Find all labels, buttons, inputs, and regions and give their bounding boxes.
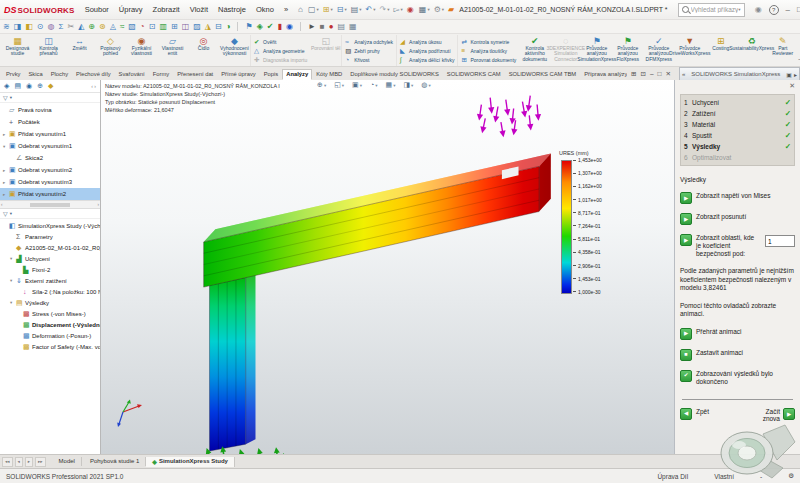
nav-first-icon[interactable]: ◂◂ [2,457,13,467]
safety-factor-input[interactable] [765,235,795,247]
wizard-step[interactable]: 6 Optimalizovat [684,152,791,163]
tree-item[interactable]: ▾ ▣ Odebrat vysunutím1 [0,140,100,152]
menu-item[interactable]: » [280,5,292,14]
tree-item[interactable]: ▩ Deformation (-Posun-) [0,330,100,341]
ribbon-button[interactable]: ◱ Porovnání těl [310,35,341,66]
quick-access-icon[interactable]: ⊞ ▾ [323,6,333,14]
ribbon-tab[interactable]: Skica [25,69,47,80]
wizard-step[interactable]: 5 Výsledky ✓ [684,141,791,152]
quick-access-icon[interactable]: ↷ ▾ [379,6,389,14]
minimize-button[interactable]: – [786,5,790,14]
tile-icon[interactable]: ⊡ [641,70,646,78]
toolbar-icon[interactable]: ✂ [67,23,74,31]
toolbar-icon[interactable]: ⊙ [37,23,44,31]
feature-manager-tab-icon[interactable]: ⊕ [37,82,43,90]
ribbon-tab[interactable]: Kóty MBD [312,69,346,80]
ribbon-tab[interactable]: SOLIDWORKS CAM [443,69,505,80]
tree-item[interactable]: ↓ Síla-2 (:Na položku: 100 N:) [0,286,100,297]
scroll-right-icon[interactable]: › [98,202,100,207]
toolbar-icon[interactable]: ◨ [14,23,22,31]
tree-item[interactable]: ▩ Displacement (-Výsledné posunutí-) [0,319,100,330]
ribbon-tab[interactable]: Popis [260,69,283,80]
ribbon-button[interactable]: ◇ Popisový pohled [95,35,126,66]
ribbon-button[interactable]: ♻ SustainabilityXpress [736,35,767,66]
scroll-left-icon[interactable]: ‹ [1,202,3,207]
toolbar-icon[interactable]: ◔ [140,23,145,31]
view-toolbar-icon[interactable]: ⊕▾ [317,81,326,89]
quick-access-icon[interactable]: ⌂ [298,6,304,14]
ribbon-button[interactable]: ✔ Ověřit [254,37,307,46]
ribbon-button[interactable]: ◣ Analýza podříznutí [400,46,454,55]
tree-item[interactable]: ◧ SimulationXpress Study (-Výchozí-) [0,220,100,231]
toolbar-icon[interactable]: Σ [59,23,64,31]
tree-item[interactable]: Σ Parametry [0,231,100,242]
view-toolbar-icon[interactable]: ◱▾ [334,81,344,89]
ribbon-button[interactable]: ▱ Vlastnosti entit [157,35,188,66]
task-pane-close-icon[interactable]: ✕ [680,82,795,90]
tab-scroll-arrows[interactable]: ‹ › [91,83,96,89]
study-tab[interactable]: ◈ SimulationXpress Study [146,457,235,467]
ribbon-tab[interactable]: Plechové díly [72,69,114,80]
menu-item[interactable]: Soubor [81,5,113,14]
nav-next-icon[interactable]: ▸ [25,457,33,467]
study-tab[interactable]: Model [51,457,82,466]
ribbon-button[interactable]: ◢ Analýza úkosu [400,37,454,46]
ribbon-button[interactable]: ▦ Designová studie [2,35,33,66]
doc-close-button[interactable]: ✕ [666,70,671,78]
back-button[interactable]: ◀ Zpět [680,408,709,420]
ribbon-button[interactable]: ◫ Kontrola přesahů [33,35,64,66]
wizard-step[interactable]: 1 Uchycení ✓ [684,97,791,108]
ribbon-button[interactable]: ◔ Křivost [345,55,393,64]
ribbon-tab[interactable]: Plochy [47,69,72,80]
playback-icon[interactable]: ■ [320,23,325,31]
study-tree-filter[interactable]: ▽ ▾ [0,209,100,219]
menu-item[interactable]: Nástroje [214,5,250,14]
toolbar-icon[interactable]: ◑ [226,23,231,31]
scrollbar-thumb[interactable] [30,203,70,207]
quick-access-icon[interactable]: ▤ ▾ [351,6,362,14]
toolbar-icon[interactable]: ▥ [159,23,167,31]
toolbar-icon[interactable]: ◮ [205,23,211,31]
quick-access-icon[interactable]: ↶ ▾ [366,6,376,14]
nav-prev-icon[interactable]: ◂ [15,457,23,467]
study-tab[interactable]: Pohybová studie 1 [82,457,146,466]
toolbar-icon[interactable]: ◧ [25,23,33,31]
menu-item[interactable]: Úpravy [115,5,147,14]
view-toolbar-icon[interactable]: ◨▾ [403,81,413,89]
toolbar-icon[interactable]: ✔ [267,23,274,31]
tree-item[interactable]: ▱ Pravá rovina [0,104,100,116]
part-preview-thumbnail[interactable] [717,418,797,482]
tree-item[interactable]: ▸ ▣ Odebrat vysunutím2 [0,164,100,176]
search-dropdown-caret-icon[interactable]: ▾ [738,7,740,12]
ribbon-button[interactable]: ⚑ Průvodce analýzou SimulationXpress [581,35,612,66]
menu-item[interactable]: Zobrazit [149,5,184,14]
quick-access-icon[interactable]: ⚙ ▾ [434,6,444,14]
menu-item[interactable]: Vložit [186,5,212,14]
playback-icon[interactable]: ▦ [349,23,357,31]
feature-manager-tab-icon[interactable]: ◈ [4,82,9,90]
panel-options-icon[interactable]: ▣ [786,71,792,78]
toolbar-icon[interactable]: ⊞ [171,23,178,31]
play-animation-button[interactable]: ▶ Přehrát animaci [680,328,795,340]
playback-icon[interactable]: ● [329,23,334,31]
ribbon-button[interactable]: ↔ Změřit [64,35,95,66]
view-toolbar-icon[interactable]: ◍▾ [421,81,430,89]
doc-minimize-button[interactable]: – [650,70,654,77]
view-toolbar-icon[interactable]: ▦▾ [386,81,396,89]
tree-item[interactable]: + Počátek [0,116,100,128]
ribbon-tab[interactable]: Příprava analýzy [580,69,627,80]
ribbon-tab[interactable]: Analýzy [282,69,312,80]
tree-item[interactable]: ▸ ▣ Přidat vysunutím2 [0,188,100,200]
toolbar-icon[interactable]: ◉ [286,23,293,31]
toolbar-icon[interactable]: ⊟ [215,23,222,31]
ribbon-tab[interactable]: Formy [149,69,173,80]
tree-item[interactable]: ▙ Fixní-2 [0,264,100,275]
stop-animation-button[interactable]: ■ Zastavit animaci [680,349,795,361]
toolbar-icon[interactable]: ≈ [120,23,124,31]
toolbar-icon[interactable]: ◭ [78,23,84,31]
quick-access-icon[interactable]: ▦ ▾ [419,6,430,14]
wizard-step[interactable]: 4 Spustit ✓ [684,130,791,141]
ribbon-button[interactable]: ◉ Fyzikální vlastnosti [126,35,157,66]
view-toolbar-icon[interactable]: ▣▾ [352,81,362,89]
quick-access-icon[interactable]: ▰ [448,6,455,14]
